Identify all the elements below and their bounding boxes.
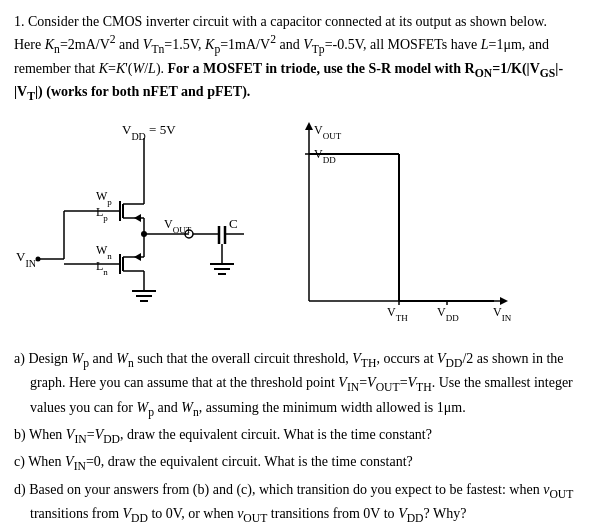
part-c-text: When VIN=0, draw the equivalent circuit.…	[28, 454, 413, 469]
part-d: d) Based on your answers from (b) and (c…	[14, 479, 576, 526]
y-arrow	[305, 122, 313, 130]
part-a-text: Design Wp and Wn such that the overall c…	[28, 351, 572, 415]
vdd-x-label: VDD	[437, 305, 459, 323]
vin-dot	[36, 257, 41, 262]
answer-items: a) Design Wp and Wn such that the overal…	[14, 348, 576, 526]
vdd-y-label: VDD	[314, 147, 336, 165]
nfet-arrow	[134, 253, 141, 261]
part-a: a) Design Wp and Wn such that the overal…	[14, 348, 576, 421]
circuit-svg: VDD = 5V VIN	[14, 116, 269, 336]
vth-x-label: VTH	[387, 305, 408, 323]
x-arrow	[500, 297, 508, 305]
vout-dot	[141, 231, 147, 237]
ln-label: Ln	[96, 259, 108, 277]
graph-diagram: VOUT VDD VIN VTH VDD	[269, 116, 519, 340]
part-b-text: When VIN=VDD, draw the equivalent circui…	[29, 427, 432, 442]
problem-intro: Consider the CMOS inverter circuit with …	[14, 14, 563, 99]
vin-label: VIN	[16, 249, 36, 269]
problem-container: 1. Consider the CMOS inverter circuit wi…	[14, 12, 576, 526]
part-b-label: b)	[14, 427, 29, 442]
part-b: b) When VIN=VDD, draw the equivalent cir…	[14, 424, 576, 448]
vdd-label: VDD = 5V	[122, 122, 176, 142]
problem-statement: 1. Consider the CMOS inverter circuit wi…	[14, 12, 576, 106]
vout-y-label: VOUT	[314, 123, 342, 141]
part-c: c) When VIN=0, draw the equivalent circu…	[14, 451, 576, 475]
graph-svg: VOUT VDD VIN VTH VDD	[269, 116, 519, 336]
part-a-label: a)	[14, 351, 28, 366]
lp-label: Lp	[96, 205, 108, 223]
pfet-arrow	[134, 214, 141, 222]
vin-x-label: VIN	[493, 305, 512, 323]
circuit-diagram: VDD = 5V VIN	[14, 116, 269, 340]
problem-number: 1.	[14, 14, 25, 29]
part-d-text: Based on your answers from (b) and (c), …	[29, 482, 573, 521]
diagrams-row: VDD = 5V VIN	[14, 116, 576, 340]
part-c-label: c)	[14, 454, 28, 469]
part-d-label: d)	[14, 482, 29, 497]
c-label: C	[229, 216, 238, 231]
vout-label: VOUT	[164, 217, 192, 235]
